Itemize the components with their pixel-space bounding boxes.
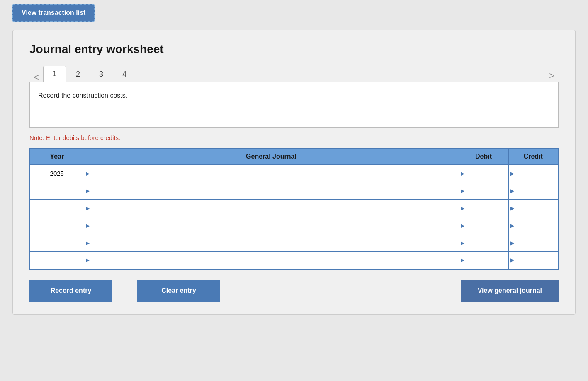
cell-journal-5 <box>84 252 459 269</box>
input-year-5[interactable] <box>30 252 84 269</box>
tab-1[interactable]: 1 <box>43 66 66 82</box>
cell-debit-3 <box>459 217 508 234</box>
input-journal-3[interactable] <box>84 217 459 234</box>
input-journal-0[interactable] <box>84 165 459 182</box>
tab-3[interactable]: 3 <box>90 66 113 82</box>
input-journal-1[interactable] <box>84 182 459 199</box>
instruction-text: Record the construction costs. <box>38 92 127 99</box>
next-tab-arrow[interactable]: > <box>545 71 559 80</box>
input-journal-2[interactable] <box>84 200 459 217</box>
input-year-2[interactable] <box>30 200 84 217</box>
input-year-3[interactable] <box>30 217 84 234</box>
cell-journal-4 <box>84 234 459 252</box>
input-debit-4[interactable] <box>459 234 508 251</box>
input-debit-5[interactable] <box>459 252 508 269</box>
col-header-credit: Credit <box>508 148 558 165</box>
tab-2[interactable]: 2 <box>66 66 90 82</box>
cell-debit-1 <box>459 182 508 200</box>
cell-debit-2 <box>459 200 508 217</box>
cell-debit-0 <box>459 165 508 182</box>
input-credit-0[interactable] <box>509 165 558 182</box>
col-header-journal: General Journal <box>84 148 459 165</box>
input-credit-5[interactable] <box>509 252 558 269</box>
input-credit-3[interactable] <box>509 217 558 234</box>
worksheet-title: Journal entry worksheet <box>29 43 559 56</box>
cell-journal-0 <box>84 165 459 182</box>
col-header-debit: Debit <box>459 148 508 165</box>
cell-year-0 <box>30 165 84 182</box>
cell-journal-1 <box>84 182 459 200</box>
cell-year-2 <box>30 200 84 217</box>
table-row <box>30 217 558 234</box>
note-text: Note: Enter debits before credits. <box>29 134 559 141</box>
cell-year-5 <box>30 252 84 269</box>
cell-year-4 <box>30 234 84 252</box>
input-journal-4[interactable] <box>84 234 459 251</box>
top-bar: View transaction list <box>0 0 588 26</box>
table-row <box>30 234 558 252</box>
input-journal-5[interactable] <box>84 252 459 269</box>
input-credit-2[interactable] <box>509 200 558 217</box>
input-credit-1[interactable] <box>509 182 558 199</box>
input-year-0[interactable] <box>30 165 84 182</box>
prev-tab-arrow[interactable]: < <box>29 73 43 82</box>
input-year-4[interactable] <box>30 234 84 251</box>
input-debit-2[interactable] <box>459 200 508 217</box>
main-container: Journal entry worksheet < 1 2 3 4 > Reco… <box>12 30 576 315</box>
col-header-year: Year <box>30 148 84 165</box>
table-row <box>30 182 558 200</box>
cell-credit-4 <box>508 234 558 252</box>
record-entry-button[interactable]: Record entry <box>29 280 112 302</box>
cell-credit-2 <box>508 200 558 217</box>
cell-credit-0 <box>508 165 558 182</box>
cell-year-1 <box>30 182 84 200</box>
cell-debit-5 <box>459 252 508 269</box>
input-debit-1[interactable] <box>459 182 508 199</box>
bottom-buttons: Record entry Clear entry View general jo… <box>29 280 559 302</box>
tab-4[interactable]: 4 <box>113 66 136 82</box>
instruction-box: Record the construction costs. <box>29 82 559 128</box>
cell-debit-4 <box>459 234 508 252</box>
input-debit-0[interactable] <box>459 165 508 182</box>
view-general-journal-button[interactable]: View general journal <box>461 280 559 302</box>
clear-entry-button[interactable]: Clear entry <box>137 280 220 302</box>
table-row <box>30 252 558 269</box>
input-year-1[interactable] <box>30 182 84 199</box>
cell-year-3 <box>30 217 84 234</box>
journal-table: Year General Journal Debit Credit <box>29 148 559 270</box>
tabs-navigation: < 1 2 3 4 > <box>29 66 559 82</box>
table-row <box>30 165 558 182</box>
table-row <box>30 200 558 217</box>
cell-credit-5 <box>508 252 558 269</box>
input-credit-4[interactable] <box>509 234 558 251</box>
cell-credit-1 <box>508 182 558 200</box>
cell-credit-3 <box>508 217 558 234</box>
cell-journal-2 <box>84 200 459 217</box>
input-debit-3[interactable] <box>459 217 508 234</box>
view-transaction-button[interactable]: View transaction list <box>12 4 95 22</box>
cell-journal-3 <box>84 217 459 234</box>
